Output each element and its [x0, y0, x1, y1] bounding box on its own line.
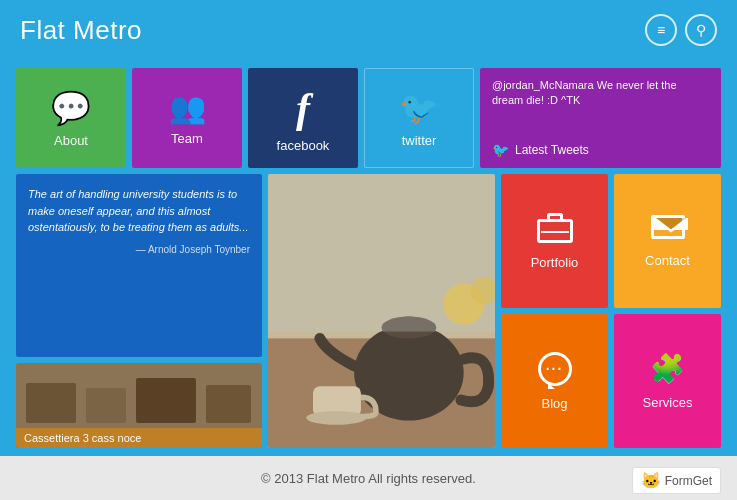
cassette-label: Cassettiera 3 cass noce — [16, 428, 262, 448]
tweets-footer-label: Latest Tweets — [515, 143, 589, 157]
formget-brand: FormGet — [665, 474, 712, 488]
header-actions: ≡ ⚲ — [645, 14, 717, 46]
main-content: About 👥 Team f facebook 🐦 twitter @jorda… — [0, 60, 737, 456]
puzzle-icon: 🧩 — [650, 352, 685, 385]
tile-services[interactable]: 🧩 Services — [614, 314, 721, 448]
tile-about[interactable]: About — [16, 68, 126, 168]
formget-badge[interactable]: FormGet — [632, 467, 721, 494]
right-bottom-row: ··· Blog 🧩 Services — [501, 314, 721, 448]
tile-contact-label: Contact — [645, 253, 690, 268]
svg-point-7 — [354, 325, 464, 421]
tile-cassette[interactable]: Cassettiera 3 cass noce — [16, 363, 262, 448]
quote-author: — Arnold Joseph Toynber — [28, 244, 250, 255]
svg-rect-14 — [268, 174, 495, 332]
tweets-footer: Latest Tweets — [492, 142, 589, 158]
tile-team-label: Team — [171, 131, 203, 146]
menu-icon: ≡ — [657, 22, 665, 38]
tea-svg — [268, 174, 495, 448]
tile-blog[interactable]: ··· Blog — [501, 314, 608, 448]
tile-tweets[interactable]: @jordan_McNamara We never let the dream … — [480, 68, 721, 168]
users-icon: 👥 — [169, 90, 206, 125]
svg-point-11 — [306, 411, 366, 425]
tile-facebook[interactable]: f facebook — [248, 68, 358, 168]
right-column: Portfolio Contact — [501, 174, 721, 448]
right-top-row: Portfolio Contact — [501, 174, 721, 308]
app-title: Flat Metro — [20, 15, 142, 46]
copyright-text: © 2013 Flat Metro All rights reserved. — [261, 471, 476, 486]
menu-button[interactable]: ≡ — [645, 14, 677, 46]
tile-team[interactable]: 👥 Team — [132, 68, 242, 168]
twitter-bird-icon: 🐦 — [399, 89, 439, 127]
search-icon: ⚲ — [696, 22, 706, 38]
svg-rect-3 — [136, 378, 196, 423]
twitter-footer-icon — [492, 142, 509, 158]
tile-twitter-label: twitter — [402, 133, 437, 148]
tile-tea-image[interactable] — [268, 174, 495, 448]
tile-portfolio-label: Portfolio — [531, 255, 579, 270]
tile-services-label: Services — [643, 395, 693, 410]
tweet-text: @jordan_McNamara We never let the dream … — [492, 78, 709, 109]
bottom-row: The art of handling university students … — [16, 174, 721, 448]
svg-rect-1 — [26, 383, 76, 423]
header: Flat Metro ≡ ⚲ — [0, 0, 737, 60]
chat-icon — [51, 89, 91, 127]
svg-rect-4 — [206, 385, 251, 423]
facebook-icon: f — [296, 84, 310, 132]
tile-facebook-label: facebook — [277, 138, 330, 153]
svg-rect-2 — [86, 388, 126, 423]
formget-cat-icon — [641, 471, 661, 490]
search-button[interactable]: ⚲ — [685, 14, 717, 46]
footer: © 2013 Flat Metro All rights reserved. F… — [0, 456, 737, 500]
tile-quote: The art of handling university students … — [16, 174, 262, 357]
tile-twitter[interactable]: 🐦 twitter — [364, 68, 474, 168]
tile-portfolio[interactable]: Portfolio — [501, 174, 608, 308]
quote-text: The art of handling university students … — [28, 186, 250, 236]
top-row: About 👥 Team f facebook 🐦 twitter @jorda… — [16, 68, 721, 168]
tile-about-label: About — [54, 133, 88, 148]
cassette-label-text: Cassettiera 3 cass noce — [24, 432, 141, 444]
tile-blog-label: Blog — [541, 396, 567, 411]
left-column: The art of handling university students … — [16, 174, 262, 448]
tile-contact[interactable]: Contact — [614, 174, 721, 308]
